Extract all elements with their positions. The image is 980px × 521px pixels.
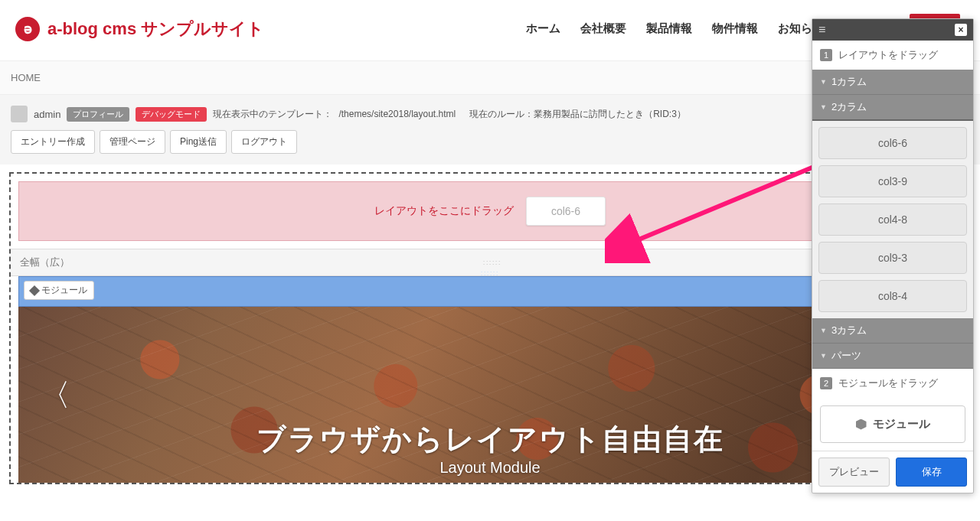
accordion-parts-label: パーツ bbox=[831, 349, 861, 363]
accordion-parts[interactable]: ▼パーツ bbox=[812, 344, 973, 369]
entry-create-button[interactable]: エントリー作成 bbox=[11, 130, 95, 154]
profile-tag[interactable]: プロフィール bbox=[67, 107, 129, 122]
accordion-3col-label: 3カラム bbox=[831, 324, 867, 337]
save-button[interactable]: 保存 bbox=[896, 458, 967, 487]
accordion-2col-label: 2カラム bbox=[831, 100, 867, 114]
layout-option-col8-4[interactable]: col8-4 bbox=[818, 280, 967, 312]
module-chip[interactable]: モジュール bbox=[24, 281, 94, 300]
chevron-down-icon: ▼ bbox=[820, 352, 827, 360]
layout-option-col6-6[interactable]: col6-6 bbox=[818, 127, 967, 159]
hero-sub: Layout Module bbox=[439, 459, 540, 477]
drop-hint: レイアウトをここにドラッグ bbox=[374, 204, 514, 218]
panel-footer: プレビュー 保存 bbox=[812, 451, 973, 493]
layout-option-col9-3[interactable]: col9-3 bbox=[818, 242, 967, 274]
step-badge: 1 bbox=[820, 49, 832, 61]
grip-icon[interactable]: ∷∷∷ bbox=[483, 259, 501, 267]
hamburger-icon[interactable]: ≡ bbox=[818, 24, 825, 36]
step1-label: レイアウトをドラッグ bbox=[838, 48, 938, 62]
panel-step-2: 2 モジュールをドラッグ bbox=[812, 369, 973, 398]
accordion-2col[interactable]: ▼2カラム bbox=[812, 95, 973, 121]
module-chip-label: モジュール bbox=[41, 284, 87, 297]
chevron-down-icon: ▼ bbox=[820, 103, 827, 111]
accordion-3col[interactable]: ▼3カラム bbox=[812, 318, 973, 344]
close-icon[interactable]: × bbox=[955, 24, 967, 36]
preview-button[interactable]: プレビュー bbox=[818, 458, 890, 487]
drag-ghost[interactable]: col6-6 bbox=[526, 197, 606, 226]
cube-icon bbox=[29, 285, 40, 295]
logo[interactable]: ə a-blog cms サンプルサイト bbox=[15, 17, 264, 41]
options-2col: col6-6 col3-9 col4-8 col9-3 col8-4 bbox=[812, 121, 973, 318]
step-badge: 2 bbox=[820, 377, 832, 389]
nav-property[interactable]: 物件情報 bbox=[712, 21, 758, 36]
admin-username: admin bbox=[34, 109, 60, 120]
site-title: a-blog cms サンプルサイト bbox=[47, 18, 264, 41]
layout-option-col3-9[interactable]: col3-9 bbox=[818, 165, 967, 197]
prev-icon[interactable]: 〈 bbox=[40, 374, 70, 416]
logo-icon: ə bbox=[15, 17, 40, 41]
layout-option-col4-8[interactable]: col4-8 bbox=[818, 204, 967, 236]
template-label: 現在表示中のテンプレート： bbox=[213, 108, 332, 121]
hero-headline: ブラウザからレイアウト自由自在 bbox=[256, 420, 724, 459]
step2-label: モジュールをドラッグ bbox=[838, 376, 938, 390]
debug-tag[interactable]: デバッグモード bbox=[136, 107, 207, 122]
section-label: 全幅（広） bbox=[20, 256, 70, 269]
panel-step-1: 1 レイアウトをドラッグ bbox=[812, 41, 973, 70]
nav-products[interactable]: 製品情報 bbox=[646, 21, 692, 36]
avatar bbox=[11, 106, 28, 122]
panel-titlebar[interactable]: ≡ × bbox=[812, 19, 973, 41]
accordion-1col-label: 1カラム bbox=[831, 75, 867, 89]
ping-button[interactable]: Ping送信 bbox=[170, 130, 227, 154]
nav-home[interactable]: ホーム bbox=[526, 21, 560, 36]
template-path: /themes/site2018/layout.html bbox=[338, 109, 456, 119]
logout-button[interactable]: ログアウト bbox=[231, 130, 297, 154]
layout-panel: ≡ × 1 レイアウトをドラッグ ▼1カラム ▼2カラム col6-6 col3… bbox=[812, 18, 974, 493]
chevron-down-icon: ▼ bbox=[820, 78, 827, 86]
accordion-1col[interactable]: ▼1カラム bbox=[812, 70, 973, 95]
admin-page-button[interactable]: 管理ページ bbox=[100, 130, 165, 154]
module-drag-item[interactable]: モジュール bbox=[820, 405, 965, 443]
rule-label: 現在のルール：業務用製品に訪問したとき（RID:3） bbox=[469, 108, 686, 121]
nav-company[interactable]: 会社概要 bbox=[580, 21, 626, 36]
module-drag-label: モジュール bbox=[873, 417, 930, 431]
cube-icon bbox=[856, 419, 867, 430]
chevron-down-icon: ▼ bbox=[820, 327, 827, 334]
